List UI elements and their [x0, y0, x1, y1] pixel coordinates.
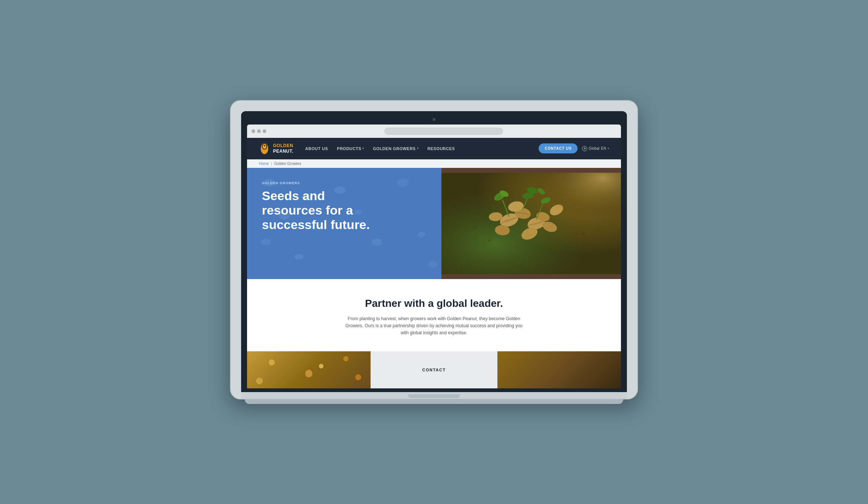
laptop-notch [408, 394, 460, 398]
content-section: Partner with a global leader. From plant… [247, 279, 621, 352]
nav-right: CONTACT US ⊕ Global EN ▾ [539, 143, 609, 153]
golden-growers-chevron-icon: ▾ [417, 147, 419, 150]
contact-card-label[interactable]: CONTACT [422, 368, 445, 372]
laptop-outer-frame: GOLDEN PEANUT. ABOUT US PRODUCTS ▾ GOLDE… [230, 100, 638, 400]
browser-dot-green [263, 129, 266, 133]
breadcrumb-separator: | [271, 162, 272, 166]
main-nav: GOLDEN PEANUT. ABOUT US PRODUCTS ▾ GOLDE… [247, 138, 621, 159]
globe-icon: ⊕ [582, 146, 587, 151]
breadcrumb-home[interactable]: Home [259, 162, 269, 166]
breadcrumb: Home | Golden Growers [247, 159, 621, 168]
nav-golden-growers[interactable]: GOLDEN GROWERS ▾ [373, 146, 419, 151]
browser-dots [251, 129, 266, 133]
lang-label: Global [589, 146, 599, 150]
browser-address-bar[interactable] [384, 127, 503, 135]
nav-resources[interactable]: RESOURCES [427, 146, 455, 151]
laptop-base [241, 392, 627, 399]
svg-point-3 [264, 145, 265, 146]
breadcrumb-current: Golden Growers [274, 162, 301, 166]
bottom-card-contact[interactable]: CONTACT [371, 351, 498, 388]
bottom-cards: CONTACT [247, 351, 621, 388]
laptop-camera [433, 118, 435, 121]
logo-icon [259, 142, 270, 156]
website-frame: GOLDEN PEANUT. ABOUT US PRODUCTS ▾ GOLDE… [247, 138, 621, 389]
products-chevron-icon: ▾ [362, 147, 364, 150]
hero-title: Seeds and resources for a successful fut… [262, 189, 427, 232]
browser-chrome [247, 125, 621, 138]
logo[interactable]: GOLDEN PEANUT. [259, 142, 293, 156]
peanuts-texture-left [247, 351, 371, 388]
browser-dot-yellow [257, 129, 261, 133]
language-selector[interactable]: ⊕ Global EN ▾ [582, 146, 609, 151]
svg-rect-33 [441, 173, 621, 274]
hero-eyebrow: GOLDEN GROWERS [262, 181, 427, 185]
content-title: Partner with a global leader. [259, 298, 609, 309]
nav-about[interactable]: ABOUT US [305, 146, 328, 151]
logo-text: GOLDEN PEANUT. [273, 143, 293, 154]
laptop-mockup: GOLDEN PEANUT. ABOUT US PRODUCTS ▾ GOLDE… [230, 100, 638, 404]
nav-products[interactable]: PRODUCTS ▾ [337, 146, 364, 151]
nav-links: ABOUT US PRODUCTS ▾ GOLDEN GROWERS ▾ RES… [305, 146, 539, 151]
screen-bezel: GOLDEN PEANUT. ABOUT US PRODUCTS ▾ GOLDE… [241, 111, 627, 392]
hero-image [441, 168, 621, 279]
bottom-card-peanuts-right [497, 351, 621, 388]
browser-dot-red [251, 129, 255, 133]
lang-chevron-icon: ▾ [608, 147, 609, 150]
bottom-card-peanuts-left [247, 351, 371, 388]
content-body: From planting to harvest, when growers w… [345, 315, 523, 337]
hero-left-panel: GOLDEN GROWERS Seeds and resources for a… [247, 168, 441, 279]
lang-code: EN [601, 146, 606, 150]
laptop-bottom-bar [245, 399, 623, 404]
contact-us-button[interactable]: CONTACT US [539, 143, 578, 153]
hero-section: GOLDEN GROWERS Seeds and resources for a… [247, 168, 621, 279]
peanuts-hero-image [441, 168, 621, 279]
